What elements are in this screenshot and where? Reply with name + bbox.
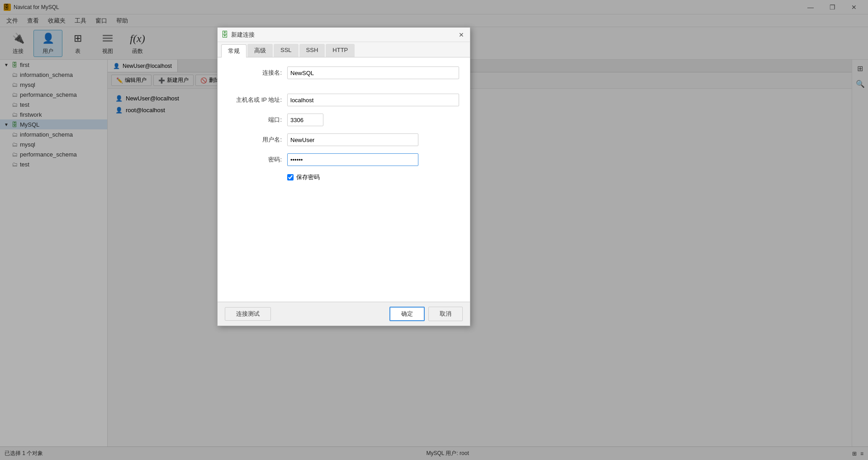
footer-left: 连接测试 [225, 307, 271, 321]
dialog-tab-advanced[interactable]: 高级 [247, 44, 273, 57]
dialog-tab-http[interactable]: HTTP [326, 44, 355, 57]
host-label: 主机名或 IP 地址: [228, 96, 287, 104]
port-label: 端口: [228, 116, 287, 124]
modal-overlay: 🗄 新建连接 ✕ 常规 高级 SSL SSH HTTP 连接名: 主机名或 IP… [0, 0, 868, 460]
dialog-tabs: 常规 高级 SSL SSH HTTP [218, 42, 470, 57]
dialog-tab-ssh[interactable]: SSH [299, 44, 325, 57]
save-password-label[interactable]: 保存密码 [296, 173, 320, 181]
ok-button[interactable]: 确定 [389, 307, 425, 321]
form-row-connection-name: 连接名: [228, 66, 459, 79]
form-row-password: 密码: [228, 153, 459, 166]
footer-right: 确定 取消 [389, 307, 463, 321]
host-input[interactable] [287, 94, 459, 106]
dialog-title-left: 🗄 新建连接 [221, 31, 255, 39]
form-row-username: 用户名: [228, 133, 459, 146]
username-label: 用户名: [228, 136, 287, 144]
username-input[interactable] [287, 133, 418, 146]
dialog-tab-general[interactable]: 常规 [221, 44, 247, 57]
test-connection-button[interactable]: 连接测试 [225, 307, 271, 321]
password-input[interactable] [287, 153, 418, 166]
connection-name-label: 连接名: [228, 69, 287, 77]
dialog-close-button[interactable]: ✕ [456, 30, 466, 40]
dialog-titlebar: 🗄 新建连接 ✕ [218, 28, 470, 42]
save-password-row: 保存密码 [287, 173, 459, 181]
dialog-body: 连接名: 主机名或 IP 地址: 端口: 用户名: 密码: [218, 57, 470, 302]
port-input[interactable] [287, 114, 323, 126]
dialog-title-icon: 🗄 [221, 31, 228, 39]
password-label: 密码: [228, 156, 287, 164]
form-row-port: 端口: [228, 114, 459, 126]
dialog-tab-ssl[interactable]: SSL [274, 44, 299, 57]
connection-name-input[interactable] [287, 66, 459, 79]
cancel-button[interactable]: 取消 [428, 307, 463, 321]
form-row-host: 主机名或 IP 地址: [228, 94, 459, 106]
new-connection-dialog: 🗄 新建连接 ✕ 常规 高级 SSL SSH HTTP 连接名: 主机名或 IP… [217, 27, 470, 326]
dialog-title-label: 新建连接 [231, 31, 255, 39]
dialog-footer: 连接测试 确定 取消 [218, 302, 470, 326]
save-password-checkbox[interactable] [287, 174, 294, 180]
